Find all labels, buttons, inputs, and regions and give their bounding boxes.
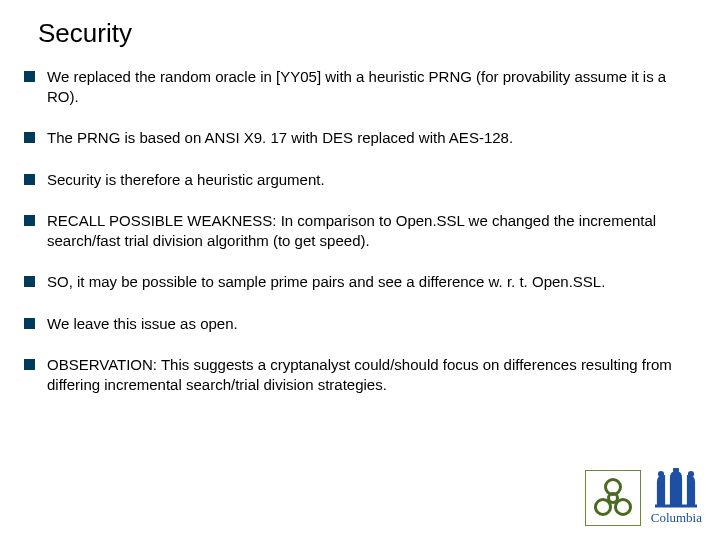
bullet-text: RECALL POSSIBLE WEAKNESS: In comparison … <box>47 211 696 250</box>
list-item: SO, it may be possible to sample prime p… <box>24 272 696 292</box>
crown-icon <box>652 468 700 508</box>
bullet-icon <box>24 359 35 370</box>
list-item: Security is therefore a heuristic argume… <box>24 170 696 190</box>
bullet-text: SO, it may be possible to sample prime p… <box>47 272 696 292</box>
bullet-text: We replaced the random oracle in [YY05] … <box>47 67 696 106</box>
bullet-text: OBSERVATION: This suggests a cryptanalys… <box>47 355 696 394</box>
bullet-text: We leave this issue as open. <box>47 314 696 334</box>
svg-point-2 <box>674 468 678 472</box>
list-item: OBSERVATION: This suggests a cryptanalys… <box>24 355 696 394</box>
list-item: RECALL POSSIBLE WEAKNESS: In comparison … <box>24 211 696 250</box>
bullet-icon <box>24 71 35 82</box>
biohazard-icon <box>585 470 641 526</box>
slide-title: Security <box>38 18 696 49</box>
svg-point-3 <box>689 472 693 476</box>
bullet-text: The PRNG is based on ANSI X9. 17 with DE… <box>47 128 696 148</box>
bullet-icon <box>24 132 35 143</box>
bullet-list: We replaced the random oracle in [YY05] … <box>24 67 696 394</box>
columbia-label: Columbia <box>651 510 702 526</box>
logo-area: Columbia <box>585 468 702 526</box>
bullet-icon <box>24 215 35 226</box>
bullet-icon <box>24 276 35 287</box>
list-item: The PRNG is based on ANSI X9. 17 with DE… <box>24 128 696 148</box>
list-item: We replaced the random oracle in [YY05] … <box>24 67 696 106</box>
list-item: We leave this issue as open. <box>24 314 696 334</box>
slide: Security We replaced the random oracle i… <box>0 0 720 540</box>
bullet-text: Security is therefore a heuristic argume… <box>47 170 696 190</box>
columbia-logo: Columbia <box>651 468 702 526</box>
bullet-icon <box>24 318 35 329</box>
svg-point-1 <box>659 472 663 476</box>
bullet-icon <box>24 174 35 185</box>
